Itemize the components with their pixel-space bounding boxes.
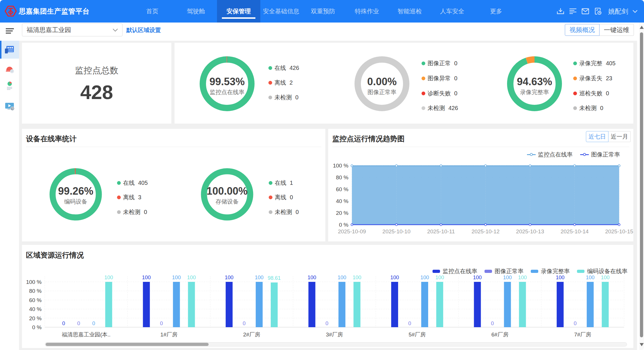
nav-item-9[interactable]: 更多 bbox=[483, 0, 509, 23]
legend-value: 3 bbox=[138, 194, 141, 201]
legend-dot bbox=[269, 210, 272, 214]
legend-value: 0 bbox=[454, 90, 457, 97]
donut-label: 存储设备 bbox=[201, 199, 253, 204]
card-rate-donuts: 99.53%监控点在线率 在线 426 离线 2 未检测 0 0.00%图像正常… bbox=[175, 43, 633, 124]
nav-item-7[interactable]: 智能巡检 bbox=[391, 0, 429, 23]
one-key-ops-button[interactable]: 一键运维 bbox=[600, 24, 634, 36]
svg-text:福清思嘉工业园(本..: 福清思嘉工业园(本.. bbox=[62, 332, 111, 338]
svg-text:0: 0 bbox=[62, 321, 65, 326]
collapse-menu-icon[interactable] bbox=[6, 28, 14, 34]
legend-item: 在线 1 bbox=[269, 179, 293, 187]
card-total-monitor-points: 监控点总数 428 bbox=[22, 43, 171, 124]
svg-text:40 %: 40 % bbox=[336, 198, 348, 204]
nav-item-5[interactable]: 双重预防 bbox=[304, 0, 342, 23]
svg-text:100: 100 bbox=[187, 275, 196, 280]
nav-item-1[interactable]: 首页 bbox=[139, 0, 165, 23]
svg-text:0: 0 bbox=[77, 321, 80, 326]
donut-label: 图像正常率 bbox=[355, 89, 409, 95]
svg-text:60 %: 60 % bbox=[336, 186, 348, 192]
svg-text:20 %: 20 % bbox=[336, 210, 348, 216]
nav-item-4[interactable]: 安全基础信息 bbox=[256, 0, 306, 23]
legend-item: 图像异常 0 bbox=[422, 75, 457, 82]
legend-dot bbox=[117, 196, 121, 199]
legend-dot bbox=[422, 92, 425, 95]
svg-text:0: 0 bbox=[160, 321, 163, 326]
legend-value: 0 bbox=[144, 209, 147, 215]
download-icon[interactable] bbox=[556, 7, 565, 16]
video-replay-icon bbox=[4, 101, 15, 111]
region-bar-chart: 000100福清思嘉工业园(本..10001001001#厂房100010098… bbox=[22, 245, 633, 348]
legend-label: 未检测 bbox=[428, 104, 445, 112]
svg-text:2#厂房: 2#厂房 bbox=[243, 332, 260, 338]
svg-text:100: 100 bbox=[172, 275, 181, 280]
svg-text:100: 100 bbox=[142, 275, 151, 280]
card-region-resources: 区域资源运行情况 监控点在线率 图像正常率 录像完整率 编码设备在线率 0001… bbox=[22, 245, 633, 348]
record-integrity-rate-donut: 94.63%录像完整率 bbox=[507, 56, 562, 111]
donut-label: 录像完整率 bbox=[507, 89, 562, 95]
legend-item: 图像正常 0 bbox=[422, 59, 457, 67]
svg-text:100 %: 100 % bbox=[333, 163, 348, 169]
legend-value: 405 bbox=[138, 180, 148, 186]
trend-area-chart: 0 %20 %40 %60 %80 %100 %2025-10-092025-1… bbox=[328, 129, 633, 241]
legend-label: 离线 bbox=[274, 79, 286, 87]
schedule-icon[interactable] bbox=[593, 7, 602, 16]
vertical-scrollbar-thumb[interactable] bbox=[640, 32, 643, 337]
sidebar-item-video-replay[interactable] bbox=[0, 97, 19, 115]
horizontal-scrollbar-thumb[interactable] bbox=[46, 343, 209, 346]
region-select[interactable]: 福清思嘉工业园 bbox=[22, 23, 123, 36]
scroll-up-arrow-icon[interactable] bbox=[640, 26, 644, 29]
legend-dot bbox=[422, 77, 425, 80]
header-button-group: 视频概况 一键运维 bbox=[565, 24, 634, 36]
vertical-scrollbar[interactable] bbox=[639, 23, 644, 350]
default-region-link[interactable]: 默认区域设置 bbox=[126, 23, 161, 38]
scroll-down-arrow-icon[interactable] bbox=[640, 343, 644, 346]
sidebar-item-video-wall[interactable] bbox=[0, 41, 19, 59]
donut-label: 监控点在线率 bbox=[200, 89, 255, 95]
svg-text:0: 0 bbox=[92, 321, 95, 326]
app-title: 思嘉集团生产监管平台 bbox=[19, 0, 90, 23]
legend-value: 0 bbox=[290, 194, 293, 201]
legend-label: 在线 bbox=[123, 179, 135, 187]
lines-icon[interactable] bbox=[569, 7, 577, 16]
user-name[interactable]: 姚配剑 bbox=[608, 7, 628, 16]
navbar-actions: 姚配剑 bbox=[556, 0, 638, 23]
legend-item: 离线 0 bbox=[269, 193, 293, 201]
svg-text:100: 100 bbox=[104, 275, 113, 280]
svg-text:2025-10-10: 2025-10-10 bbox=[383, 228, 411, 234]
report-icon bbox=[5, 81, 14, 91]
legend-value: 0 bbox=[296, 209, 299, 215]
legend-item: 离线 2 bbox=[268, 79, 293, 87]
svg-text:20 %: 20 % bbox=[29, 315, 42, 321]
image-normal-rate-donut: 0.00%图像正常率 bbox=[355, 56, 409, 111]
svg-text:0: 0 bbox=[408, 321, 411, 326]
sidebar-item-report[interactable] bbox=[0, 77, 19, 95]
svg-text:100: 100 bbox=[435, 275, 444, 280]
horizontal-scrollbar[interactable] bbox=[45, 342, 627, 347]
svg-text:2025-10-13: 2025-10-13 bbox=[516, 228, 544, 234]
svg-text:2025-10-11: 2025-10-11 bbox=[427, 228, 455, 234]
svg-text:0: 0 bbox=[491, 321, 494, 326]
legend-item: 巡检失败 0 bbox=[573, 90, 609, 97]
svg-text:0 %: 0 % bbox=[32, 324, 42, 330]
svg-text:100: 100 bbox=[473, 275, 482, 280]
legend-item: 未检测 426 bbox=[422, 104, 458, 112]
mail-icon[interactable] bbox=[581, 7, 590, 16]
sidebar-item-alarm[interactable] bbox=[0, 59, 19, 77]
svg-text:0: 0 bbox=[325, 321, 328, 326]
svg-text:0: 0 bbox=[243, 321, 246, 326]
svg-text:7#厂房: 7#厂房 bbox=[574, 332, 591, 338]
nav-item-8[interactable]: 人车安全 bbox=[433, 0, 471, 23]
nav-item-2[interactable]: 驾驶舱 bbox=[180, 0, 212, 23]
video-overview-button[interactable]: 视频概况 bbox=[565, 24, 600, 36]
svg-text:100: 100 bbox=[556, 275, 565, 280]
nav-item-6[interactable]: 特殊作业 bbox=[348, 0, 386, 23]
sidebar bbox=[0, 41, 19, 350]
legend-dot bbox=[422, 106, 425, 110]
donut-percent: 99.26% bbox=[49, 186, 102, 196]
nav-item-3[interactable]: 安保管理 bbox=[217, 0, 260, 23]
legend-value: 2 bbox=[289, 79, 293, 86]
legend-value: 405 bbox=[606, 60, 615, 67]
donut-percent: 94.63% bbox=[507, 77, 562, 87]
chevron-down-icon[interactable] bbox=[632, 8, 638, 14]
legend-label: 未检测 bbox=[123, 208, 140, 216]
